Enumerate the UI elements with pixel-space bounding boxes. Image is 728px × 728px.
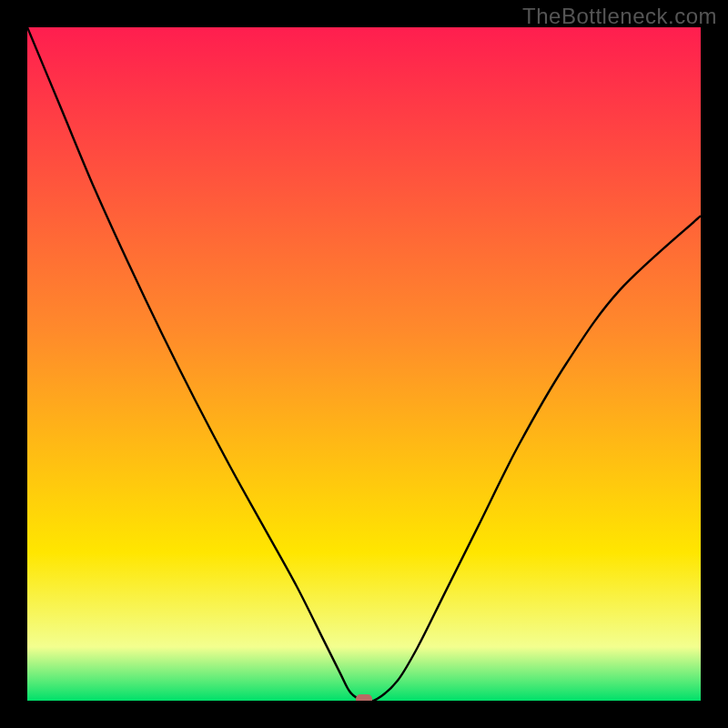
optimum-marker	[356, 694, 372, 701]
watermark-text: TheBottleneck.com	[522, 4, 717, 29]
plot-area	[27, 27, 701, 701]
chart-svg	[27, 27, 701, 701]
chart-frame: TheBottleneck.com	[0, 0, 728, 728]
gradient-background	[27, 27, 701, 701]
